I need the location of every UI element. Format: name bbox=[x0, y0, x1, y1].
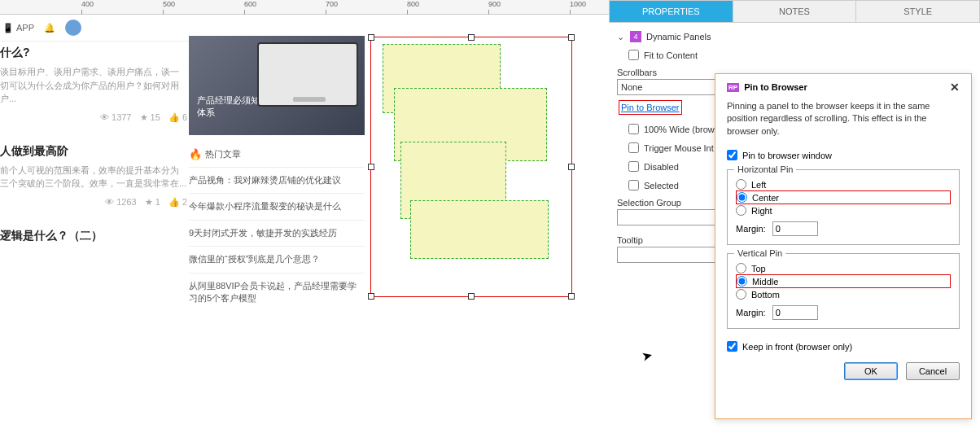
article-item[interactable]: 逻辑是什么？（二） bbox=[0, 222, 187, 255]
article-body: 前个人可视的范围来看，效率的提升基本分为三个突破的三个阶段。效率，一直是我非常在… bbox=[0, 164, 187, 190]
vertical-legend: Vertical Pin bbox=[734, 248, 785, 258]
canvas[interactable]: 问答 年费会员 招聘▾ 百宝箱▾ ✎ 投稿 🔍 搜索 📱APP 🔔 什么? 谈目… bbox=[0, 15, 609, 429]
dialog-title: Pin to Browser bbox=[744, 82, 807, 92]
side-column: 产品经理必须知晓的用户体验 —— 账号体系 🔥 热门文章 产品视角：我对麻辣烫店… bbox=[189, 36, 365, 311]
hot-item[interactable]: 微信里的“授权”到底是几个意思？ bbox=[189, 246, 365, 272]
hot-item[interactable]: 从阿里88VIP会员卡说起，产品经理需要学习的5个客户模型 bbox=[189, 273, 365, 312]
article-title: 人做到最高阶 bbox=[0, 144, 187, 159]
chevron-down-icon[interactable]: ⌄ bbox=[617, 32, 625, 42]
article-list: 什么? 谈目标用户、谈用户需求、谈用户痛点，谈一切可以为什么会成为你产品的用户？… bbox=[0, 39, 187, 263]
ruler-tick: 700 bbox=[326, 0, 338, 8]
views: 👁 1377 bbox=[100, 112, 132, 123]
ruler-tick: 1000 bbox=[570, 0, 586, 8]
pin-window-checkbox[interactable] bbox=[727, 150, 737, 160]
resize-handle[interactable] bbox=[468, 34, 475, 41]
section-title: Dynamic Panels bbox=[646, 32, 711, 42]
section-header[interactable]: ⌄ 4 Dynamic Panels bbox=[617, 28, 972, 46]
100-wide-checkbox[interactable] bbox=[628, 124, 639, 134]
selected-dynamic-panel[interactable] bbox=[370, 37, 572, 297]
ruler-tick: 800 bbox=[407, 0, 419, 8]
h-margin-input[interactable] bbox=[772, 221, 818, 236]
v-middle-radio[interactable] bbox=[737, 276, 747, 287]
fit-label: Fit to Content bbox=[644, 50, 698, 60]
article-item[interactable]: 什么? 谈目标用户、谈用户需求、谈用户痛点，谈一切可以为什么会成为你产品的用户？… bbox=[0, 39, 187, 129]
hot-item[interactable]: 9天封闭式开发，敏捷开发的实践经历 bbox=[189, 220, 365, 246]
resize-handle[interactable] bbox=[368, 293, 374, 300]
h-left-radio[interactable] bbox=[736, 179, 746, 190]
banner[interactable]: 产品经理必须知晓的用户体验 —— 账号体系 bbox=[189, 36, 365, 135]
h-margin-label: Margin: bbox=[736, 224, 766, 234]
horizontal-legend: Horizontal Pin bbox=[734, 164, 796, 174]
v-margin-input[interactable] bbox=[772, 305, 818, 320]
tab-properties[interactable]: PROPERTIES bbox=[610, 1, 733, 22]
resize-handle[interactable] bbox=[368, 34, 374, 41]
inspector-tabs: PROPERTIES NOTES STYLE bbox=[609, 0, 980, 23]
dialog-description: Pinning a panel to the browser keeps it … bbox=[727, 98, 960, 146]
article-body: 谈目标用户、谈用户需求、谈用户痛点，谈一切可以为什么会成为你产品的用户？如何对用… bbox=[0, 65, 187, 106]
likes: 👍 6 bbox=[168, 112, 187, 123]
article-title: 什么? bbox=[0, 46, 187, 60]
resize-handle[interactable] bbox=[468, 293, 475, 300]
ok-button[interactable]: OK bbox=[844, 362, 898, 380]
close-icon[interactable]: ✕ bbox=[950, 81, 960, 94]
v-top-radio[interactable] bbox=[736, 263, 746, 274]
v-bottom-radio[interactable] bbox=[736, 289, 746, 300]
ruler-tick: 900 bbox=[488, 0, 501, 8]
tab-notes[interactable]: NOTES bbox=[733, 1, 856, 22]
ruler-tick: 500 bbox=[163, 0, 175, 8]
resize-handle[interactable] bbox=[568, 164, 575, 170]
hot-item[interactable]: 产品视角：我对麻辣烫店铺的优化建议 bbox=[189, 167, 365, 193]
resize-handle[interactable] bbox=[568, 293, 575, 300]
resize-handle[interactable] bbox=[568, 34, 575, 41]
fit-to-content-checkbox[interactable] bbox=[628, 50, 639, 60]
vertical-pin-group: Vertical Pin Top Middle Bottom Margin: bbox=[727, 253, 960, 329]
selected-checkbox[interactable] bbox=[628, 180, 639, 190]
bell-icon[interactable]: 🔔 bbox=[44, 23, 55, 33]
ruler-tick: 400 bbox=[81, 0, 94, 8]
panel-state[interactable] bbox=[410, 200, 549, 259]
hot-item[interactable]: 今年爆款小程序流量裂变的秘诀是什么 bbox=[189, 193, 365, 219]
app-button[interactable]: 📱APP bbox=[2, 23, 34, 33]
tab-style[interactable]: STYLE bbox=[855, 1, 979, 22]
stars: ★ 15 bbox=[140, 112, 160, 123]
hot-header: 🔥 热门文章 bbox=[189, 145, 365, 167]
h-right-radio[interactable] bbox=[736, 205, 746, 216]
ruler-tick: 600 bbox=[244, 0, 256, 8]
v-margin-label: Margin: bbox=[736, 308, 766, 317]
pin-to-browser-dialog: RP Pin to Browser ✕ Pinning a panel to t… bbox=[715, 73, 972, 419]
avatar[interactable] bbox=[65, 20, 81, 36]
cancel-button[interactable]: Cancel bbox=[906, 362, 960, 380]
resize-handle[interactable] bbox=[368, 164, 374, 170]
trigger-mouse-checkbox[interactable] bbox=[628, 142, 639, 153]
pin-to-browser-link[interactable]: Pin to Browser bbox=[621, 103, 680, 112]
horizontal-pin-group: Horizontal Pin Left Center Right Margin: bbox=[727, 169, 960, 245]
widget-count-badge: 4 bbox=[630, 31, 641, 42]
h-center-radio[interactable] bbox=[737, 192, 747, 203]
article-item[interactable]: 人做到最高阶 前个人可视的范围来看，效率的提升基本分为三个突破的三个阶段。效率，… bbox=[0, 138, 187, 214]
rp-icon: RP bbox=[727, 83, 739, 92]
disabled-checkbox[interactable] bbox=[628, 161, 639, 172]
article-title: 逻辑是什么？（二） bbox=[0, 229, 187, 243]
hot-list: 产品视角：我对麻辣烫店铺的优化建议 今年爆款小程序流量裂变的秘诀是什么 9天封闭… bbox=[189, 167, 365, 311]
keep-in-front-checkbox[interactable] bbox=[727, 341, 737, 352]
